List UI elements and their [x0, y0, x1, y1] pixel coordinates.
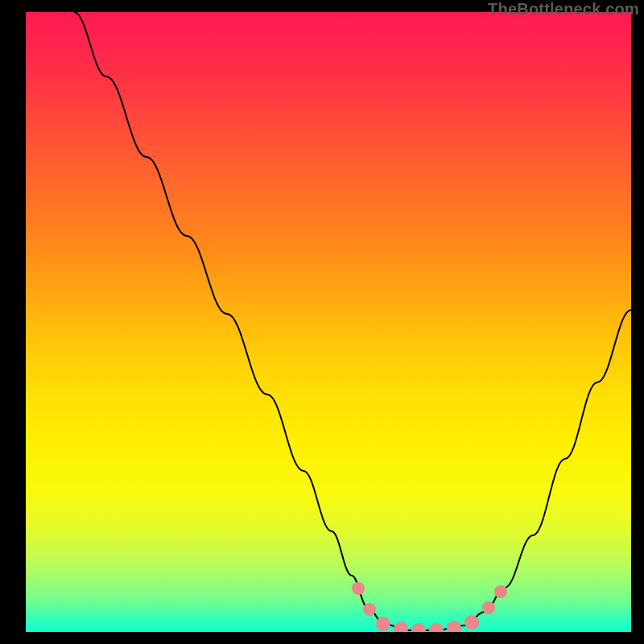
curve-marker	[482, 601, 495, 614]
chart-plot-area	[26, 12, 631, 632]
curve-marker	[494, 585, 507, 598]
curve-markers	[352, 582, 507, 632]
curve-marker	[429, 623, 444, 632]
curve-marker	[411, 623, 426, 632]
curve-marker	[464, 615, 479, 630]
curve-marker	[363, 603, 376, 616]
chart-svg	[26, 12, 631, 632]
watermark-text: TheBottleneck.com	[488, 0, 639, 19]
curve-marker	[376, 617, 390, 631]
curve-marker	[447, 621, 461, 632]
chart-frame: TheBottleneck.com	[0, 0, 644, 644]
curve-marker	[394, 621, 408, 632]
bottleneck-curve	[74, 12, 631, 630]
curve-marker	[352, 582, 365, 595]
